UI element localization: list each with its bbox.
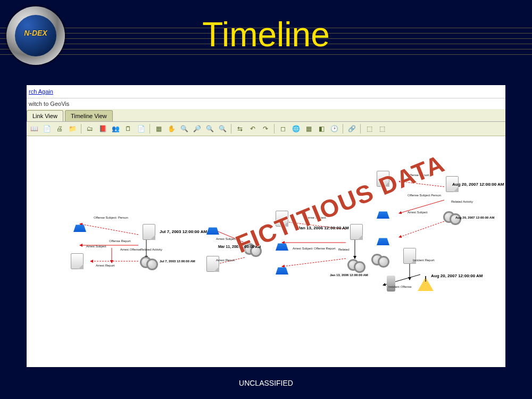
timestamp: Aug 20, 2007 12:00:00 AM <box>431 273 483 278</box>
toolbar-btn-8[interactable]: 📄 <box>136 123 146 134</box>
person-icon[interactable] <box>197 219 229 235</box>
toolbar-btn-21[interactable]: ◧ <box>316 123 327 134</box>
toolbar-btn-5[interactable]: 📕 <box>97 123 108 134</box>
label-offense-report: Offense Report <box>109 239 131 243</box>
label-offense-report: Offense Report <box>314 247 336 250</box>
toolbar-btn-22[interactable]: 🕑 <box>329 123 339 134</box>
view-tabs: Link View Timeline View <box>27 109 505 122</box>
toolbar-btn-10[interactable]: ✋ <box>166 123 177 134</box>
toolbar-sep <box>274 124 275 134</box>
toolbar-btn-24[interactable]: ⬚ <box>364 123 375 134</box>
toolbar-btn-15[interactable]: ⇆ <box>235 123 245 134</box>
person-icon[interactable] <box>266 259 298 275</box>
tab-timeline-view[interactable]: Timeline View <box>65 110 113 121</box>
pin-icon[interactable] <box>375 276 407 292</box>
switch-geovis-link[interactable]: witch to GeoVis <box>27 98 505 109</box>
person-icon[interactable] <box>64 216 96 232</box>
person-icon[interactable] <box>367 203 399 219</box>
toolbar-btn-0[interactable]: 📖 <box>29 123 39 134</box>
handcuffs-icon[interactable] <box>364 251 396 267</box>
classification-footer: UNCLASSIFIED <box>0 379 532 387</box>
toolbar-btn-23[interactable]: 🔗 <box>346 123 357 134</box>
document-icon[interactable] <box>367 171 399 187</box>
toolbar-btn-2[interactable]: 🖨 <box>54 123 65 134</box>
timestamp: Aug 20, 2007 12:00:00 AM <box>455 216 494 219</box>
label-arrest-subject: Arrest Subject <box>86 245 106 248</box>
timestamp: Jul 7, 2003 12:00:00 AM <box>160 260 195 263</box>
label-incident-report: Incident Report <box>413 259 435 262</box>
label-offense-person: Offense Subject Person <box>408 194 441 197</box>
top-bar: rch Again <box>27 85 505 98</box>
timestamp: Mar 11, 2003 2:00:00 AM <box>218 245 261 248</box>
label-offense-person: Offense Subject: Person <box>94 216 128 219</box>
toolbar-btn-16[interactable]: ↶ <box>247 123 258 134</box>
toolbar-btn-20[interactable]: ▦ <box>303 123 314 134</box>
document-icon[interactable] <box>266 211 298 227</box>
toolbar-sep <box>231 124 231 134</box>
toolbar-sep <box>149 124 150 134</box>
toolbar-btn-11[interactable]: 🔍 <box>179 123 189 134</box>
label-arrest-offense: Arrest Offense <box>120 248 141 251</box>
toolbar-btn-3[interactable]: 📁 <box>67 123 78 134</box>
label-arrest-report: Arrest Report <box>96 264 115 267</box>
label-related: Related <box>338 248 350 251</box>
toolbar-btn-17[interactable]: ↷ <box>260 123 271 134</box>
document-icon[interactable] <box>61 253 93 269</box>
toolbar-btn-9[interactable]: ▦ <box>153 123 164 134</box>
label-related-activity: Related Activity <box>451 200 473 203</box>
timestamp: Jan 13, 2006 12:00:00 AM <box>330 273 368 277</box>
toolbar-btn-18[interactable]: ◻ <box>278 123 288 134</box>
label-related-activity: Related Activity <box>140 248 162 251</box>
toolbar-btn-6[interactable]: 👥 <box>110 123 121 134</box>
toolbar-btn-25[interactable]: ⬚ <box>377 123 387 134</box>
toolbar-btn-12[interactable]: 🔎 <box>192 123 202 134</box>
tab-link-view[interactable]: Link View <box>27 110 63 121</box>
toolbar-sep <box>360 124 361 134</box>
slide-title: Timeline <box>0 15 532 54</box>
label-arrest-subject: Arrest Subject <box>408 211 428 214</box>
person-icon[interactable] <box>367 229 399 245</box>
app-window: rch Again witch to GeoVis Link View Time… <box>27 85 505 367</box>
timestamp: Aug 20, 2007 12:00:00 AM <box>452 182 504 187</box>
label-incident-offense: Incident Offense <box>388 285 412 288</box>
toolbar-btn-13[interactable]: 🔍 <box>204 123 215 134</box>
label-arrest-report: Arrest Report <box>216 259 235 262</box>
timeline-canvas[interactable]: Offense Subject: Person Arrest Subject O… <box>27 136 505 365</box>
toolbar-btn-4[interactable]: 🗂 <box>85 123 95 134</box>
timestamp: Jan 13, 2006 12:00:00 AM <box>298 226 349 230</box>
toolbar: 📖 📄 🖨 📁 🗂 📕 👥 🗒 📄 ▦ ✋ 🔍 🔎 🔍 🔍 ⇆ ↶ ↷ ◻ 🌐 … <box>27 122 505 136</box>
label-offense-report: Offense Report <box>408 173 429 177</box>
toolbar-sep <box>81 124 81 134</box>
toolbar-btn-19[interactable]: 🌐 <box>290 123 301 134</box>
label-offense-subject: Offense Subject <box>303 216 326 219</box>
toolbar-btn-14[interactable]: 🔍 <box>217 123 228 134</box>
label-arrest-subject: Arrest Subject <box>216 237 236 240</box>
toolbar-sep <box>343 124 343 134</box>
label-arrest-subject: Arrest Subject <box>293 247 313 250</box>
toolbar-btn-1[interactable]: 📄 <box>41 123 52 134</box>
toolbar-btn-7[interactable]: 🗒 <box>123 123 134 134</box>
search-again-link[interactable]: rch Again <box>27 85 55 98</box>
